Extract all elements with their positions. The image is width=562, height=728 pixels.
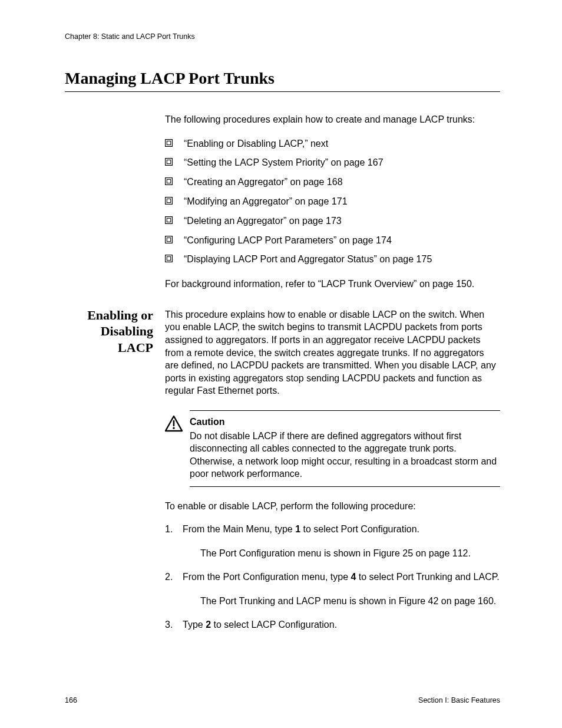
checkbox-icon <box>165 197 173 205</box>
svg-rect-1 <box>167 141 170 144</box>
step-key: 1 <box>295 524 300 534</box>
step-item: From the Port Configuration menu, type 4… <box>165 571 500 608</box>
step-text-post: to select Port Configuration. <box>300 524 419 534</box>
checkbox-icon <box>165 158 173 166</box>
step-text-pre: Type <box>183 620 206 630</box>
step-key: 2 <box>206 620 211 630</box>
list-item: “Enabling or Disabling LACP,” next <box>165 137 500 151</box>
checkbox-icon <box>165 255 173 262</box>
svg-rect-11 <box>167 238 170 241</box>
topic-list: “Enabling or Disabling LACP,” next “Sett… <box>165 137 500 268</box>
running-header: Chapter 8: Static and LACP Port Trunks <box>65 32 500 41</box>
step-text-post: to select Port Trunking and LACP. <box>356 572 499 582</box>
caution-top-rule <box>190 410 500 411</box>
procedure-lead: To enable or disable LACP, perform the f… <box>165 500 500 513</box>
checkbox-icon <box>165 177 173 185</box>
checkbox-icon <box>165 236 173 243</box>
page-number: 166 <box>65 696 77 704</box>
step-text-pre: From the Main Menu, type <box>183 524 295 534</box>
list-item: “Configuring LACP Port Parameters” on pa… <box>165 233 500 248</box>
caution-block: Caution Do not disable LACP if there are… <box>165 410 500 487</box>
step-note: The Port Trunking and LACP menu is shown… <box>183 595 500 608</box>
step-item: From the Main Menu, type 1 to select Por… <box>165 523 500 560</box>
list-item-label: “Creating an Aggregator” on page 168 <box>184 177 343 187</box>
list-item-label: “Enabling or Disabling LACP,” next <box>184 139 328 149</box>
list-item-label: “Modifying an Aggregator” on page 171 <box>184 196 348 206</box>
caution-text: Do not disable LACP if there are defined… <box>190 431 497 479</box>
svg-rect-10 <box>166 236 173 243</box>
svg-rect-0 <box>166 139 173 146</box>
page-title: Managing LACP Port Trunks <box>65 69 500 88</box>
svg-rect-6 <box>166 197 173 205</box>
subsection-heading-line1: Enabling or <box>87 308 153 322</box>
list-item: “Setting the LACP System Priority” on pa… <box>165 156 500 170</box>
procedure-steps: From the Main Menu, type 1 to select Por… <box>165 523 500 631</box>
list-item: “Creating an Aggregator” on page 168 <box>165 175 500 190</box>
title-rule <box>65 91 500 92</box>
subsection-body: This procedure explains how to enable or… <box>165 308 500 397</box>
step-item: Type 2 to select LACP Configuration. <box>165 618 500 631</box>
svg-rect-4 <box>166 178 173 185</box>
svg-rect-7 <box>167 199 170 202</box>
section-label: Section I: Basic Features <box>418 696 500 704</box>
svg-rect-2 <box>166 159 173 166</box>
list-item: “Modifying an Aggregator” on page 171 <box>165 195 500 209</box>
checkbox-icon <box>165 139 173 147</box>
list-item-label: “Deleting an Aggregator” on page 173 <box>184 216 342 226</box>
subsection-heading: Enabling or Disabling LACP <box>65 307 165 356</box>
caution-bottom-rule <box>190 486 500 487</box>
intro-paragraph: The following procedures explain how to … <box>165 113 500 126</box>
step-text-post: to select LACP Configuration. <box>211 620 337 630</box>
subsection-heading-line2: Disabling LACP <box>101 324 153 355</box>
list-item-label: “Configuring LACP Port Parameters” on pa… <box>184 235 392 245</box>
caution-title: Caution <box>190 416 500 429</box>
svg-rect-9 <box>167 218 170 222</box>
warning-icon <box>165 416 183 432</box>
svg-rect-3 <box>167 160 170 164</box>
background-reference: For background information, refer to “LA… <box>165 278 500 291</box>
svg-rect-5 <box>167 179 170 183</box>
step-note: The Port Configuration menu is shown in … <box>183 547 500 560</box>
list-item-label: “Setting the LACP System Priority” on pa… <box>184 157 384 167</box>
list-item: “Displaying LACP Port and Aggregator Sta… <box>165 252 500 267</box>
step-text-pre: From the Port Configuration menu, type <box>183 572 351 582</box>
svg-rect-13 <box>167 257 170 261</box>
svg-point-16 <box>173 427 174 429</box>
svg-rect-12 <box>166 255 173 262</box>
checkbox-icon <box>165 216 173 224</box>
list-item-label: “Displaying LACP Port and Aggregator Sta… <box>184 254 432 264</box>
list-item: “Deleting an Aggregator” on page 173 <box>165 214 500 229</box>
svg-rect-8 <box>166 216 173 223</box>
